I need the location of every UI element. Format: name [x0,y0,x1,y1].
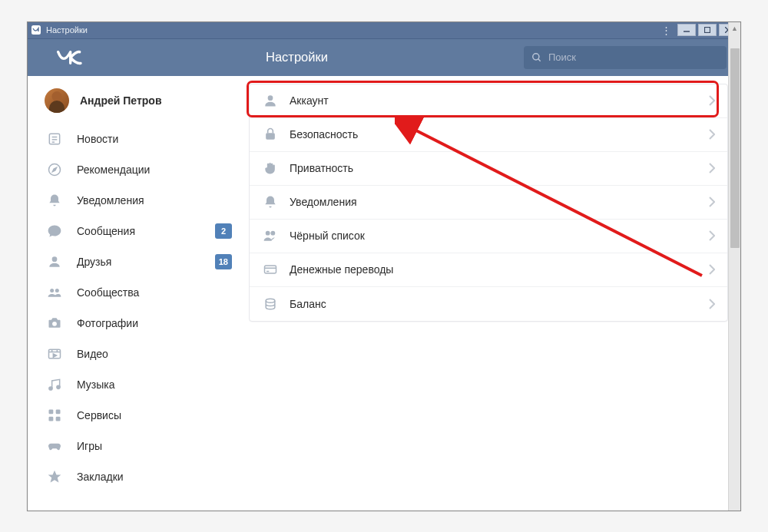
setting-label: Аккаунт [290,94,329,107]
sidebar-item-label: Сервисы [77,409,121,421]
sidebar-item-label: Рекомендации [77,164,150,176]
bell-icon [262,193,279,210]
titlebar: Настройки ⋮ [28,22,740,39]
scroll-up-icon[interactable]: ▲ [729,22,740,35]
sidebar-item-label: Фотографии [77,317,138,329]
setting-privacy[interactable]: Приватность [250,152,727,186]
setting-label: Баланс [290,298,326,310]
svg-point-36 [266,299,275,302]
search-input[interactable] [548,51,719,63]
sidebar-item-photos[interactable]: Фотографии [38,308,240,339]
music-icon [46,376,63,393]
svg-point-13 [52,256,58,262]
bell-icon [46,192,63,209]
svg-point-14 [50,289,54,292]
svg-point-22 [49,386,52,389]
setting-balance[interactable]: Баланс [250,287,727,321]
vk-logo[interactable] [57,50,103,65]
app-header: Настройки [28,39,740,76]
settings-card: Аккаунт Безопасность Приватность Уведомл… [249,84,728,322]
user-icon [46,253,63,270]
sidebar-item-video[interactable]: Видео [38,339,240,369]
setting-label: Уведомления [290,196,357,208]
compass-icon [46,161,63,178]
scrollbar[interactable]: ▲ [728,22,740,511]
svg-line-6 [538,58,541,61]
chevron-right-icon [709,230,715,241]
sidebar-item-label: Уведомления [77,194,144,207]
sidebar-item-label: Игры [77,440,102,452]
sidebar-item-friends[interactable]: Друзья 18 [38,246,240,277]
search-box[interactable] [524,46,727,69]
sidebar-item-communities[interactable]: Сообщества [38,277,240,308]
chat-icon [46,223,63,240]
sidebar-item-recommendations[interactable]: Рекомендации [38,154,240,185]
sidebar-item-news[interactable]: Новости [38,124,240,154]
badge: 2 [215,223,232,239]
star-icon [46,468,63,485]
coins-icon [262,296,279,312]
svg-point-31 [266,231,270,236]
window-title: Настройки [46,25,659,35]
users-minus-icon [262,227,279,244]
search-icon [531,52,542,63]
vk-app-icon [31,25,41,35]
sidebar-item-games[interactable]: Игры [38,431,240,461]
chevron-right-icon [709,264,715,275]
svg-marker-21 [53,354,56,357]
sidebar-item-label: Видео [77,348,108,360]
svg-rect-33 [265,266,276,273]
minimize-button[interactable] [677,24,696,36]
users-icon [46,284,63,301]
badge: 18 [215,254,232,269]
svg-point-15 [55,289,59,292]
sidebar-item-services[interactable]: Сервисы [38,400,240,431]
svg-marker-12 [53,167,57,171]
chevron-right-icon [709,197,715,207]
chevron-right-icon [709,129,715,140]
setting-blacklist[interactable]: Чёрный список [250,220,727,253]
svg-rect-26 [49,416,54,421]
svg-rect-30 [266,133,275,139]
sidebar: Андрей Петров Новости Рекомендации Уведо… [28,76,249,511]
sidebar-item-label: Сообщества [77,286,139,299]
sidebar-profile[interactable]: Андрей Петров [38,84,240,124]
chevron-right-icon [709,299,715,309]
svg-rect-24 [49,409,54,414]
svg-point-23 [57,385,60,388]
setting-security[interactable]: Безопасность [250,118,727,152]
sidebar-item-notifications[interactable]: Уведомления [38,185,240,216]
sidebar-item-label: Друзья [77,256,111,268]
newspaper-icon [46,131,63,147]
setting-money[interactable]: Денежные переводы [250,253,727,287]
person-icon [262,92,279,109]
setting-label: Приватность [290,162,353,174]
svg-point-32 [270,231,275,236]
sidebar-item-music[interactable]: Музыка [38,369,240,400]
svg-point-16 [52,321,57,325]
content-area: Аккаунт Безопасность Приватность Уведомл… [249,76,740,511]
sidebar-item-label: Музыка [77,378,115,391]
menu-dots-icon[interactable]: ⋮ [659,25,673,36]
setting-notifications[interactable]: Уведомления [250,186,727,220]
hand-icon [262,160,279,177]
video-icon [46,345,63,362]
svg-marker-28 [48,470,61,482]
body-area: Андрей Петров Новости Рекомендации Уведо… [28,76,740,511]
app-window: Настройки ⋮ Настройки Андрей Петров [27,21,741,511]
camera-icon [46,315,63,332]
lock-icon [262,126,279,143]
scroll-thumb[interactable] [730,48,740,248]
chevron-right-icon [709,95,715,106]
setting-label: Денежные переводы [290,263,393,276]
maximize-button[interactable] [698,24,717,36]
sidebar-item-bookmarks[interactable]: Закладки [38,461,240,492]
avatar [45,88,69,113]
setting-account[interactable]: Аккаунт [250,84,727,118]
sidebar-item-label: Сообщения [77,225,135,237]
page-title: Настройки [266,50,328,64]
card-icon [262,261,279,278]
sidebar-item-messages[interactable]: Сообщения 2 [38,216,240,246]
profile-name: Андрей Петров [80,94,162,107]
gamepad-icon [46,438,63,454]
